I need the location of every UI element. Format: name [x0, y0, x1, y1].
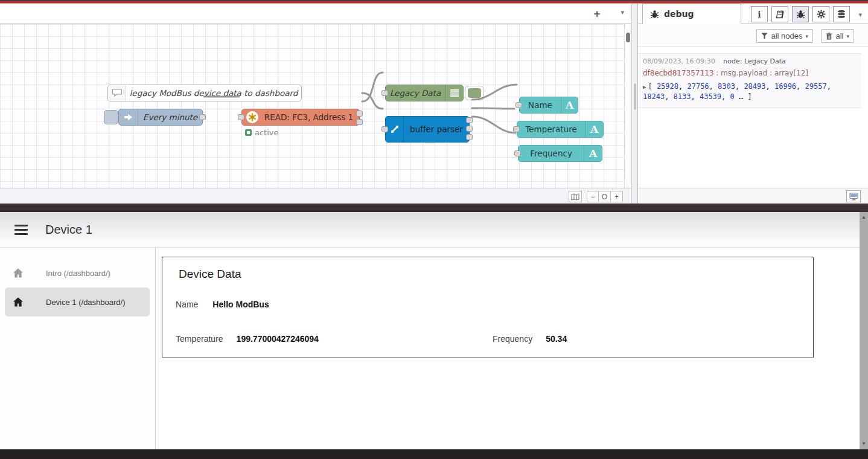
clear-messages-button[interactable]: all ▾ — [821, 29, 854, 43]
debug-input-port[interactable] — [381, 90, 388, 96]
diagonal-arrows-icon — [386, 117, 404, 142]
inject-label: Every minute — [138, 112, 202, 122]
gear-icon — [817, 10, 826, 19]
sidebar-item-label: Intro (/dashboard/) — [46, 269, 110, 278]
node-status: active — [245, 128, 279, 137]
ui-text-node-name[interactable]: Name A — [519, 97, 578, 114]
menu-icon[interactable] — [14, 225, 28, 235]
clear-all-label: all — [835, 31, 843, 40]
info-icon: i — [758, 10, 761, 19]
parser-output-port-2[interactable] — [466, 126, 473, 132]
device-data-card: Device Data NameHello ModBus Temperature… — [162, 257, 814, 358]
temperature-input-port[interactable] — [513, 126, 520, 132]
open-in-window-button[interactable] — [846, 190, 861, 202]
text-A-icon: A — [561, 97, 578, 113]
message-source-node[interactable]: node: Legacy Data — [723, 57, 785, 65]
payload-preview[interactable]: ▶[ 25928, 27756, 8303, 28493, 16996, 295… — [643, 82, 857, 103]
splitter-handle[interactable] — [634, 83, 636, 110]
comment-node[interactable]: legacy ModBus device data to dashboard — [107, 85, 302, 101]
parser-input-port[interactable] — [381, 126, 388, 132]
frequency-input-port[interactable] — [514, 150, 521, 156]
read-output-port-1[interactable] — [356, 111, 363, 117]
map-icon — [571, 193, 579, 201]
zoom-in-button[interactable]: + — [611, 191, 623, 202]
workspace-footer: − O + — [0, 188, 631, 204]
inject-node[interactable]: Every minute — [118, 109, 203, 126]
sidebar-item-intro[interactable]: Intro (/dashboard/) — [5, 258, 150, 287]
message-property: msg.payload — [721, 69, 767, 77]
sidebar-item-device-1[interactable]: Device 1 (/dashboard/) — [5, 287, 150, 316]
info-tab-button[interactable]: i — [751, 6, 768, 22]
scroll-down-icon[interactable]: ▼ — [860, 440, 868, 448]
nodered-editor-window: + ▾ legacy ModBus device data to dashboa… — [0, 4, 868, 204]
separator: : — [770, 69, 774, 77]
flow-canvas[interactable]: legacy ModBus device data to dashboard E… — [0, 24, 624, 188]
field-value: 199.77000427246094 — [237, 334, 319, 344]
help-tab-button[interactable] — [771, 6, 788, 22]
dashboard-main: Device Data NameHello ModBus Temperature… — [156, 248, 860, 449]
context-tab-button[interactable] — [833, 6, 850, 22]
buffer-parser-node[interactable]: buffer parser — [385, 116, 470, 143]
flow-tabbar: + ▾ — [0, 4, 631, 24]
caret-down-icon: ▾ — [805, 33, 808, 39]
field-value: 50.34 — [546, 334, 567, 344]
debug-enable-toggle[interactable] — [465, 86, 484, 100]
ui-text-node-frequency[interactable]: Frequency A — [518, 145, 602, 162]
flow-list-caret-icon[interactable]: ▾ — [621, 8, 624, 16]
dashboard-toolbar: Device 1 — [0, 212, 860, 248]
filter-nodes-button[interactable]: all nodes ▾ — [756, 29, 813, 43]
zoom-reset-button[interactable]: O — [599, 191, 611, 202]
buffer-parser-label: buffer parser — [404, 124, 469, 134]
separator: : — [716, 69, 721, 77]
database-icon — [837, 10, 846, 19]
book-icon — [776, 10, 785, 19]
text-A-icon: A — [584, 146, 602, 161]
home-icon — [12, 296, 24, 308]
text-A-icon: A — [585, 121, 603, 137]
sidebar-tabbar: debug i ▾ — [638, 4, 868, 24]
field-label: Temperature — [176, 334, 223, 344]
debug-node-legacy-data[interactable]: Legacy Data — [385, 85, 464, 101]
funnel-icon — [761, 33, 768, 39]
zoom-out-button[interactable]: − — [587, 191, 599, 202]
scroll-up-icon[interactable]: ▲ — [860, 213, 868, 222]
ui-text-node-temperature[interactable]: Temperature A — [517, 121, 604, 138]
zoom-controls: − O + — [587, 191, 623, 202]
panel-splitter[interactable] — [631, 4, 638, 204]
config-tab-button[interactable] — [812, 6, 829, 22]
workspace-vertical-scrollbar[interactable] — [624, 24, 631, 188]
caret-down-icon: ▾ — [846, 33, 849, 39]
field-temperature: Temperature199.77000427246094 — [176, 334, 319, 344]
monitor-icon — [849, 193, 858, 201]
workspace-scroll-thumb[interactable] — [626, 33, 630, 42]
tab-debug[interactable]: debug — [642, 4, 741, 24]
field-frequency: Frequency50.34 — [493, 334, 567, 344]
name-input-port[interactable] — [515, 102, 522, 108]
field-name: NameHello ModBus — [176, 300, 269, 309]
bottom-edge — [0, 449, 868, 459]
read-output-port-2[interactable] — [356, 119, 363, 125]
navigator-toggle-button[interactable] — [569, 191, 582, 202]
message-header: 08/09/2023, 16:09:30 node: Legacy Data — [643, 57, 857, 65]
message-timestamp: 08/09/2023, 16:09:30 — [643, 57, 715, 65]
debug-toggle-state — [468, 88, 481, 98]
inject-trigger-button[interactable] — [104, 110, 118, 124]
sidebar-menu-caret-icon[interactable]: ▾ — [858, 11, 862, 19]
bug-icon — [796, 10, 805, 19]
debug-message-list: 08/09/2023, 16:09:30 node: Legacy Data d… — [638, 47, 868, 188]
debug-lines-icon — [445, 85, 463, 101]
modbus-read-node[interactable]: READ: FC3, Address 1 — [241, 109, 360, 126]
inject-output-port[interactable] — [199, 114, 206, 120]
debug-tab-button[interactable] — [792, 6, 809, 22]
read-input-port[interactable] — [238, 114, 244, 120]
status-label: active — [255, 128, 279, 137]
field-label: Frequency — [493, 334, 532, 344]
dashboard-scrollbar[interactable]: ▲ ▼ — [860, 212, 868, 449]
parser-output-port-1[interactable] — [466, 117, 473, 123]
home-icon — [12, 267, 24, 279]
debug-tab-label: debug — [664, 9, 694, 19]
add-flow-button[interactable]: + — [589, 6, 605, 22]
modbus-read-label: READ: FC3, Address 1 — [258, 112, 359, 122]
parser-output-port-3[interactable] — [466, 134, 473, 140]
debug-message: 08/09/2023, 16:09:30 node: Legacy Data d… — [638, 53, 861, 108]
